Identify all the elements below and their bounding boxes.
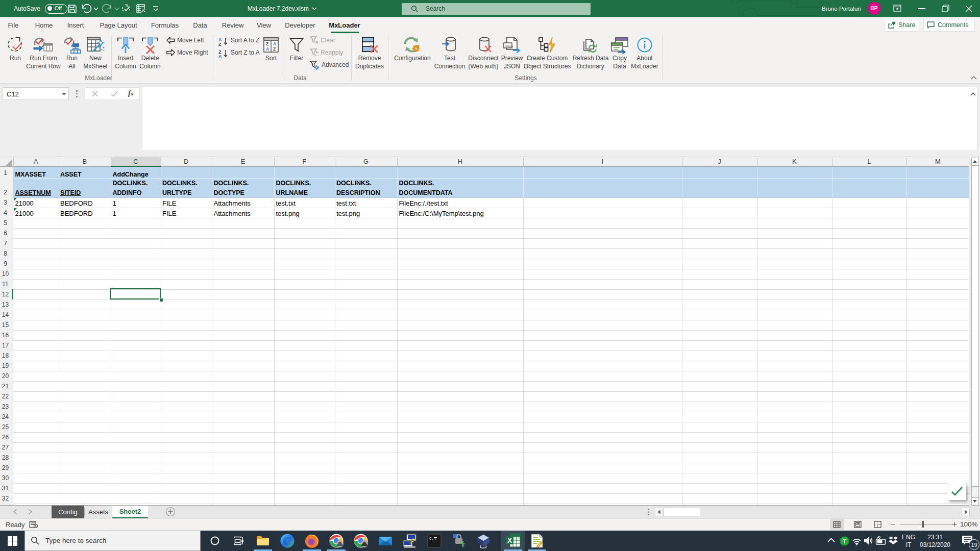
- svg-text:Z: Z: [273, 46, 276, 52]
- svg-text:A: A: [266, 46, 270, 52]
- svg-text:Z: Z: [266, 41, 269, 46]
- svg-text:A: A: [273, 41, 277, 46]
- svg-text:T: T: [843, 538, 846, 544]
- svg-text:A: A: [218, 54, 222, 58]
- svg-text:Z: Z: [218, 42, 222, 46]
- svg-text:<◎>: <◎>: [505, 44, 513, 48]
